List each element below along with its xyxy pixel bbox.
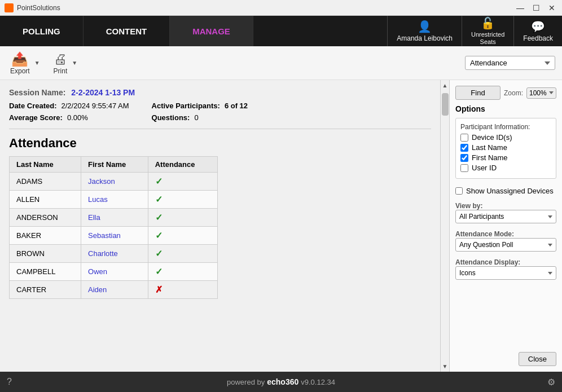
table-body: ADAMSJackson✓ALLENLucas✓ANDERSONElla✓BAK… <box>10 173 218 299</box>
export-icon: 📤 <box>11 51 28 67</box>
table-row: CARTERAiden✗ <box>10 281 218 299</box>
cell-first-name: Charlotte <box>81 245 148 263</box>
attendance-mode-select[interactable]: Any Question Poll First Question Last Qu… <box>455 238 556 252</box>
col-first-name: First Name <box>81 157 148 173</box>
last-name-checkbox[interactable] <box>460 144 468 152</box>
app-icon <box>5 3 14 12</box>
show-unassigned-row: Show Unassigned Devices <box>455 187 556 195</box>
nav-user[interactable]: 👤 Amanda Leibovich <box>387 16 462 46</box>
questions-row: Questions: 0 <box>152 113 248 122</box>
checkbox-device-id: Device ID(s) <box>460 133 551 142</box>
close-button[interactable]: Close <box>519 352 556 366</box>
divider <box>9 129 431 129</box>
cell-last-name: ALLEN <box>10 191 81 209</box>
cell-last-name: CAMPBELL <box>10 263 81 281</box>
info-col-left: Date Created: 2/2/2024 9:55:47 AM Averag… <box>9 102 129 122</box>
print-icon: 🖨 <box>54 51 67 67</box>
footer-brand: powered by echo360 v9.0.12.34 <box>227 377 335 386</box>
checkbox-last-name: Last Name <box>460 143 551 152</box>
table-row: ANDERSONElla✓ <box>10 209 218 227</box>
nav-feedback[interactable]: 💬 Feedback <box>513 16 562 46</box>
view-by-select[interactable]: All Participants Present Absent <box>455 210 556 223</box>
show-unassigned-checkbox[interactable] <box>455 187 463 195</box>
device-id-checkbox[interactable] <box>460 134 468 142</box>
print-group: 🖨 Print ▼ <box>50 49 79 77</box>
scroll-down-arrow[interactable]: ▼ <box>442 361 448 372</box>
report-select[interactable]: Attendance Score Summary Individual Scor… <box>465 56 555 70</box>
cell-attendance: ✓ <box>148 209 217 227</box>
view-by-label: View by: <box>455 202 556 210</box>
settings-icon[interactable]: ⚙ <box>547 377 555 387</box>
table-header-row: Last Name First Name Attendance <box>10 157 218 173</box>
info-col-right: Active Participants: 6 of 12 Questions: … <box>152 102 248 122</box>
user-icon: 👤 <box>418 20 432 33</box>
cell-last-name: ANDERSON <box>10 209 81 227</box>
attendance-display-select[interactable]: Icons Text Percentage <box>455 266 556 280</box>
active-participants-row: Active Participants: 6 of 12 <box>152 102 248 110</box>
options-box: Participant Information: Device ID(s) La… <box>455 118 556 179</box>
table-row: BROWNCharlotte✓ <box>10 245 218 263</box>
export-group: 📤 Export ▼ <box>7 49 41 77</box>
toolbar: 📤 Export ▼ 🖨 Print ▼ Attendance Score Su… <box>0 46 562 80</box>
nav-seats[interactable]: 🔓 UnrestrictedSeats <box>462 16 513 46</box>
user-id-checkbox[interactable] <box>460 164 468 172</box>
section-title: Attendance <box>9 136 431 151</box>
cell-attendance: ✗ <box>148 281 217 299</box>
help-icon[interactable]: ? <box>7 377 12 386</box>
print-dropdown-button[interactable]: ▼ <box>71 59 78 67</box>
footer: ? powered by echo360 v9.0.12.34 ⚙ <box>0 372 562 392</box>
attendance-display-section: Attendance Display: Icons Text Percentag… <box>455 256 556 280</box>
info-grid: Date Created: 2/2/2024 9:55:47 AM Averag… <box>9 102 431 122</box>
attendance-mode-section: Attendance Mode: Any Question Poll First… <box>455 228 556 252</box>
attendance-display-label: Attendance Display: <box>455 258 556 266</box>
cell-last-name: CARTER <box>10 281 81 299</box>
first-name-checkbox[interactable] <box>460 154 468 162</box>
options-title: Options <box>455 104 556 113</box>
date-row: Date Created: 2/2/2024 9:55:47 AM <box>9 102 129 110</box>
cell-last-name: BAKER <box>10 227 81 245</box>
scroll-thumb[interactable] <box>442 93 449 116</box>
cell-last-name: ADAMS <box>10 173 81 191</box>
cell-attendance: ✓ <box>148 227 217 245</box>
zoom-select[interactable]: 100% 75% 150% <box>526 87 556 99</box>
left-panel: Session Name: 2-2-2024 1-13 PM Date Crea… <box>0 80 440 372</box>
export-dropdown-button[interactable]: ▼ <box>33 59 41 67</box>
table-row: ADAMSJackson✓ <box>10 173 218 191</box>
tab-content[interactable]: CONTENT <box>84 16 170 46</box>
export-button[interactable]: 📤 Export <box>7 49 33 77</box>
participant-info-label: Participant Information: <box>460 123 551 131</box>
cell-attendance: ✓ <box>148 245 217 263</box>
scroll-up-arrow[interactable]: ▲ <box>442 80 448 91</box>
col-last-name: Last Name <box>10 157 81 173</box>
cell-last-name: BROWN <box>10 245 81 263</box>
tab-polling[interactable]: POLLING <box>0 16 84 46</box>
table-row: ALLENLucas✓ <box>10 191 218 209</box>
minimize-button[interactable]: — <box>515 2 526 14</box>
cell-first-name: Sebastian <box>81 227 148 245</box>
nav-bar: POLLING CONTENT MANAGE 👤 Amanda Leibovic… <box>0 16 562 46</box>
right-panel: Find Zoom: 100% 75% 150% Options Partici… <box>449 80 562 372</box>
app-title: PointSolutions <box>17 4 515 12</box>
nav-right: 👤 Amanda Leibovich 🔓 UnrestrictedSeats 💬… <box>387 16 562 46</box>
window-controls: — ☐ ✕ <box>515 2 557 14</box>
main-content: Session Name: 2-2-2024 1-13 PM Date Crea… <box>0 80 562 372</box>
print-button[interactable]: 🖨 Print <box>50 49 71 77</box>
cell-first-name: Ella <box>81 209 148 227</box>
last-name-label: Last Name <box>472 143 507 152</box>
feedback-icon: 💬 <box>531 20 545 33</box>
maximize-button[interactable]: ☐ <box>530 2 542 14</box>
show-unassigned-label: Show Unassigned Devices <box>466 187 554 195</box>
device-id-label: Device ID(s) <box>472 133 512 142</box>
title-bar: PointSolutions — ☐ ✕ <box>0 0 562 16</box>
close-button[interactable]: ✕ <box>546 2 557 14</box>
footer-right: ⚙ <box>547 377 555 387</box>
find-zoom-row: Find Zoom: 100% 75% 150% <box>455 86 556 100</box>
scroll-track[interactable]: ▲ ▼ <box>440 80 449 372</box>
cell-attendance: ✓ <box>148 263 217 281</box>
find-button[interactable]: Find <box>455 86 500 100</box>
attendance-mode-label: Attendance Mode: <box>455 230 556 238</box>
tab-manage[interactable]: MANAGE <box>170 16 253 46</box>
seats-icon: 🔓 <box>481 16 495 30</box>
view-by-section: View by: All Participants Present Absent <box>455 200 556 223</box>
session-name-row: Session Name: 2-2-2024 1-13 PM <box>9 88 431 97</box>
